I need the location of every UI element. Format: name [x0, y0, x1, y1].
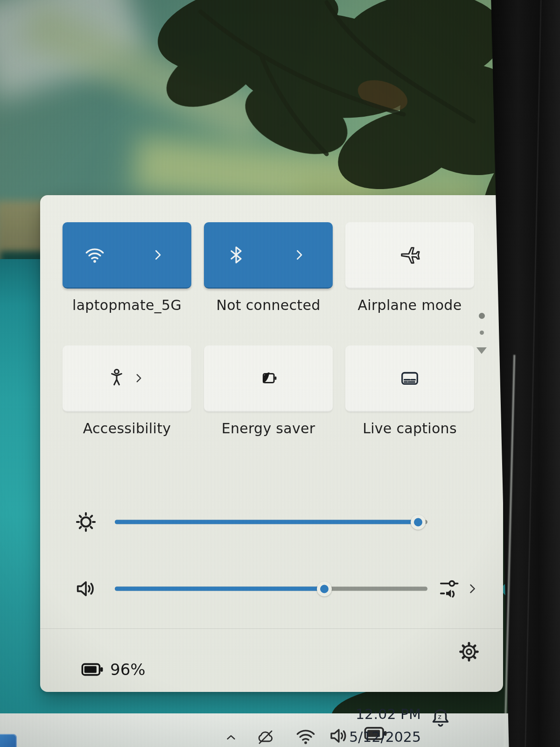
- notification-bell-dnd-icon[interactable]: z z: [429, 707, 452, 729]
- taskbar: 12:02 PM 5/12/2025 z z: [0, 713, 513, 747]
- energy-saver-icon: [258, 367, 279, 389]
- page-scroll-down-arrow-icon[interactable]: [476, 347, 487, 354]
- volume-slider-thumb[interactable]: [317, 581, 332, 596]
- wifi-expand-chevron-icon[interactable]: [151, 248, 165, 262]
- taskbar-clock[interactable]: 12:02 PM 5/12/2025: [346, 706, 421, 745]
- page-indicator-dot[interactable]: [480, 331, 484, 335]
- audio-output-chevron-icon[interactable]: [466, 582, 479, 595]
- tile-accessibility[interactable]: [63, 345, 191, 412]
- brightness-icon: [74, 510, 98, 534]
- clock-date: 5/12/2025: [346, 729, 421, 745]
- tile-energy-saver[interactable]: [204, 345, 333, 412]
- svg-text:z: z: [438, 713, 441, 720]
- tile-label-wifi: laptopmate_5G: [57, 297, 197, 313]
- tile-airplane-mode[interactable]: [345, 222, 474, 289]
- photo-of-windows-desktop: { "colors": { "accent_blue": "#2e79b7", …: [0, 0, 560, 747]
- battery-status[interactable]: 96%: [81, 660, 146, 679]
- tile-label-energy-saver: Energy saver: [198, 420, 338, 437]
- volume-icon: [74, 577, 98, 601]
- cloud-offline-icon[interactable]: [256, 727, 275, 747]
- audio-output-icon[interactable]: [438, 576, 463, 601]
- gear-icon: [458, 641, 480, 662]
- wifi-icon: [84, 244, 105, 266]
- footer-divider: [40, 628, 503, 629]
- brightness-slider-row: [40, 508, 503, 536]
- quick-settings-panel: laptopmate_5G Not connected Airplane mod…: [40, 195, 503, 692]
- tile-live-captions[interactable]: [345, 345, 474, 412]
- volume-slider-row: [40, 575, 503, 603]
- bluetooth-expand-chevron-icon[interactable]: [292, 248, 306, 262]
- brightness-slider-fill: [115, 520, 418, 524]
- battery-percent-label: 96%: [110, 660, 146, 679]
- tile-label-bluetooth: Not connected: [198, 297, 338, 313]
- battery-icon: [81, 663, 104, 676]
- airplane-icon: [399, 244, 420, 266]
- widgets-button[interactable]: [0, 734, 17, 747]
- live-captions-icon: [399, 367, 420, 389]
- tile-label-accessibility: Accessibility: [57, 420, 197, 437]
- page-indicator-dot[interactable]: [479, 313, 485, 319]
- tile-label-airplane: Airplane mode: [340, 297, 480, 313]
- brightness-slider-thumb[interactable]: [411, 514, 426, 529]
- accessibility-expand-chevron-icon[interactable]: [133, 372, 145, 384]
- accessibility-icon: [106, 368, 127, 388]
- tile-wifi[interactable]: [63, 222, 191, 289]
- volume-slider[interactable]: [115, 587, 427, 591]
- brightness-slider[interactable]: [115, 520, 427, 524]
- tray-wifi-icon[interactable]: [295, 726, 316, 747]
- bluetooth-icon: [226, 245, 246, 265]
- clock-time: 12:02 PM: [346, 706, 421, 722]
- svg-text:z: z: [444, 709, 446, 714]
- tray-expand-icon[interactable]: [224, 730, 238, 744]
- volume-slider-fill: [115, 587, 324, 591]
- tile-bluetooth[interactable]: [204, 222, 333, 289]
- tile-label-live-captions: Live captions: [340, 420, 480, 437]
- settings-gear-button[interactable]: [458, 641, 480, 662]
